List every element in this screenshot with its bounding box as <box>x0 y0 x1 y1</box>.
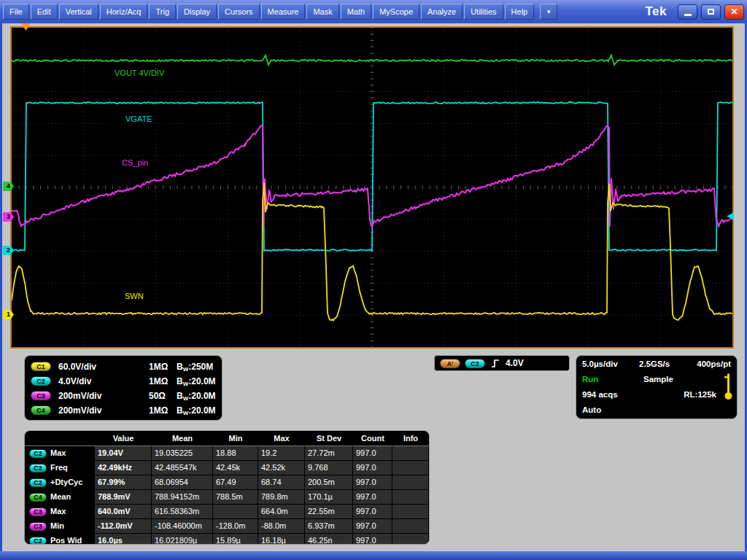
menu-item-utilities[interactable]: Utilities <box>464 4 503 20</box>
measurement-cell <box>392 446 429 460</box>
measurement-cell: 68.74 <box>258 475 305 489</box>
channel-bandwidth-value: BW:20.0M <box>177 391 216 402</box>
measurement-cell <box>392 490 429 504</box>
close-button[interactable]: ✕ <box>724 4 744 20</box>
menu-item-trig[interactable]: Trig <box>149 4 176 20</box>
measurement-cell: 997.0 <box>353 534 392 545</box>
tek-logo: Tek <box>645 4 667 19</box>
channel-badge-c2: C2 <box>29 464 47 472</box>
channel-termination-value: 50Ω <box>149 391 166 401</box>
menu-item-edit[interactable]: Edit <box>31 4 58 20</box>
measurement-cell: 9.768 <box>305 461 353 475</box>
measurement-header-mean: Mean <box>152 431 213 446</box>
menu-item-file[interactable]: File <box>3 4 29 20</box>
measurement-label: C4Mean <box>25 490 95 504</box>
restore-button[interactable] <box>701 4 721 20</box>
measurement-row: C2+DtyCyc67.99%68.0695467.4968.74200.5m9… <box>25 475 429 490</box>
trigger-badges: A' C2 <box>440 359 485 368</box>
channel-badge-c4[interactable]: C4 <box>31 405 51 415</box>
measurement-cell: 170.1µ <box>305 490 353 504</box>
menu-item-math[interactable]: Math <box>341 4 371 20</box>
measurement-table-header: ValueMeanMinMaxSt DevCountInfo <box>25 431 429 446</box>
measurement-name: Max <box>50 505 66 518</box>
measurement-cell: -112.0mV <box>95 519 152 533</box>
channel-scale-value: 200mV/div <box>58 405 101 416</box>
measurement-cell <box>392 519 429 533</box>
channel-badge-c2: C2 <box>29 449 47 458</box>
menu-item-horiz-acq[interactable]: Horiz/Acq <box>100 4 148 20</box>
menu-item-myscope[interactable]: MyScope <box>373 4 419 20</box>
sample-rate-value: 2.5GS/s <box>639 359 670 368</box>
measurement-cell: -88.0m <box>258 519 305 533</box>
menu-item-mask[interactable]: Mask <box>306 4 338 20</box>
channel-termination-value: 1MΩ <box>149 405 168 416</box>
measurement-cell: 42.485547k <box>152 461 213 475</box>
menu-item-help[interactable]: Help <box>505 4 535 20</box>
menu-item-measure[interactable]: Measure <box>261 4 306 20</box>
channel-readout-c4[interactable]: C4200mV/div1MΩBW:20.0M <box>25 403 222 419</box>
measurement-cell: 42.49kHz <box>95 461 152 475</box>
chevron-down-icon: ▼ <box>546 9 551 15</box>
channel-scale-value: 60.0V/div <box>58 362 96 372</box>
channel-bandwidth-value: BW:20.0M <box>177 405 216 416</box>
measurement-label: C2Max <box>25 446 95 460</box>
channel-scale-value: 200mV/div <box>58 391 101 401</box>
measurement-cell: 19.035225 <box>152 446 213 460</box>
measurement-row: C3Max640.0mV616.58363m664.0m22.55m997.0 <box>25 505 429 519</box>
measurement-cell: 42.52k <box>258 461 305 475</box>
channel-bandwidth-value: BW:20.0M <box>177 376 216 387</box>
channel-readout-c1[interactable]: C160.0V/div1MΩBW:250M <box>25 359 222 375</box>
measurement-cell: 6.937m <box>305 519 353 533</box>
measurement-label: C2Pos Wid <box>25 534 95 545</box>
trigger-mode-value: Auto <box>582 405 601 414</box>
acq-mode-value: Sample <box>643 375 673 384</box>
measurement-cell: 27.72m <box>305 446 353 460</box>
trace-label-swn: SWN <box>125 292 144 300</box>
measurement-label: C2+DtyCyc <box>25 475 95 489</box>
channel-badge-c2: C2 <box>29 478 47 487</box>
channel-badge-c2[interactable]: C2 <box>31 376 51 386</box>
measurement-cell: 997.0 <box>353 475 392 489</box>
menu-item-cursors[interactable]: Cursors <box>218 4 260 20</box>
measurement-cell: 788.9mV <box>95 490 152 504</box>
trace-label-vgate: VGATE <box>125 114 152 123</box>
trace-vgate <box>12 102 732 251</box>
measurement-cell: 16.0µs <box>95 534 152 545</box>
menu-item-display[interactable]: Display <box>177 4 217 20</box>
measurement-cell: 19.2 <box>258 446 305 460</box>
measurement-cell: 16.18µ <box>258 534 305 545</box>
channel-badge-a[interactable]: A' <box>440 359 460 368</box>
menu-item-vertical[interactable]: Vertical <box>59 4 98 20</box>
menu-items: FileEditVerticalHoriz/AcqTrigDisplayCurs… <box>3 4 535 20</box>
thermometer-icon <box>724 372 732 401</box>
measurement-cell: 616.58363m <box>152 505 213 518</box>
trigger-readout-panel[interactable]: A' C2 4.0V <box>434 355 570 371</box>
channel-badge-c3: C3 <box>29 508 47 516</box>
menu-item-analyze[interactable]: Analyze <box>421 4 462 20</box>
menu-dropdown-button[interactable]: ▼ <box>540 4 557 20</box>
menu-bar: FileEditVerticalHoriz/AcqTrigDisplayCurs… <box>0 0 747 23</box>
measurement-cell: 42.45k <box>213 461 258 475</box>
measurement-name: Freq <box>50 461 68 475</box>
rising-slope-icon <box>490 358 500 369</box>
measurement-cell <box>392 505 429 518</box>
channel-badge-c2[interactable]: C2 <box>465 359 485 368</box>
taskbar-strip <box>0 551 747 560</box>
channel-scale-value: 4.0V/div <box>58 376 91 386</box>
measurement-label: C3Max <box>25 505 95 518</box>
resolution-value: 400ps/pt <box>697 359 731 368</box>
measurement-cell: 789.8m <box>258 490 305 504</box>
channel-badge-c4: C4 <box>29 493 47 502</box>
channel-badge-c3: C3 <box>29 522 47 531</box>
channel-termination-value: 1MΩ <box>149 362 168 372</box>
minimize-button[interactable] <box>678 4 697 20</box>
measurement-cell <box>392 475 429 489</box>
measurement-cell <box>392 534 429 545</box>
channel-readout-c2[interactable]: C24.0V/div1MΩBW:20.0M <box>25 374 222 389</box>
channel-badge-c1[interactable]: C1 <box>31 362 51 371</box>
measurement-cell: 68.06954 <box>152 475 213 489</box>
channel-readout-c3[interactable]: C3200mV/div50ΩBW:20.0M <box>25 389 222 404</box>
channel-badge-c3[interactable]: C3 <box>31 391 51 400</box>
waveform-display[interactable]: VOUT 4V/DIVVGATECS_pinSWN4321 <box>10 26 734 349</box>
run-state: Run <box>582 375 598 384</box>
